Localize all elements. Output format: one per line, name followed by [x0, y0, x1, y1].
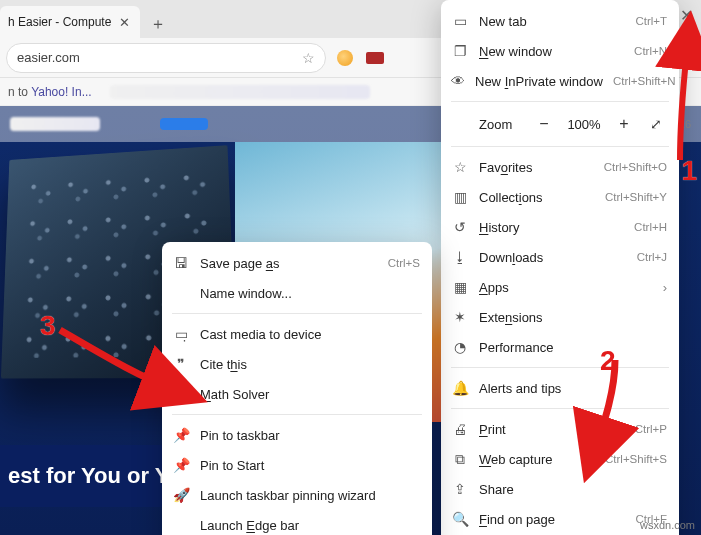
menu-label: New tab [479, 14, 625, 29]
menu-label: Collections [479, 190, 595, 205]
browser-tab[interactable]: h Easier - Computer Tu ✕ [0, 6, 140, 38]
menu-separator [172, 414, 422, 415]
new-tab-button[interactable]: ＋ [144, 10, 172, 38]
menu-separator [451, 408, 669, 409]
menu-item-share[interactable]: ⇪ Share [441, 474, 679, 504]
url-text: easier.com [17, 50, 80, 65]
apps-icon: ▦ [451, 279, 469, 295]
menu-shortcut: Ctrl+T [635, 15, 667, 27]
save-icon: 🖫 [172, 255, 190, 271]
menu-label: Print [479, 422, 625, 437]
menu-label: History [479, 220, 624, 235]
menu-label: Pin to Start [200, 458, 420, 473]
menu-label: Favorites [479, 160, 594, 175]
submenu-item-name-window[interactable]: Name window... [162, 278, 432, 308]
submenu-item-launch-edge-bar[interactable]: Launch Edge bar [162, 510, 432, 535]
menu-shortcut: Ctrl+Shift+N [613, 75, 676, 87]
annotation-number-3: 3 [40, 310, 56, 342]
cite-icon: ❞ [172, 356, 190, 372]
annotation-number-1: 1 [681, 155, 697, 187]
menu-item-web-capture[interactable]: ⧉ Web capture Ctrl+Shift+S [441, 444, 679, 474]
close-icon[interactable]: ✕ [117, 15, 132, 30]
print-icon: 🖨 [451, 421, 469, 437]
menu-label: Downloads [479, 250, 627, 265]
menu-label: Math Solver [200, 387, 420, 402]
favorite-star-icon[interactable]: ☆ [302, 50, 315, 66]
menu-separator [172, 313, 422, 314]
zoom-value: 100% [565, 117, 603, 132]
submenu-item-launch-pinning-wizard[interactable]: 🚀 Launch taskbar pinning wizard [162, 480, 432, 510]
rocket-icon: 🚀 [172, 487, 190, 503]
menu-item-favorites[interactable]: ☆ Favorites Ctrl+Shift+O [441, 152, 679, 182]
submenu-item-math-solver[interactable]: ∑ Math Solver [162, 379, 432, 409]
submenu-item-cite-this[interactable]: ❞ Cite this [162, 349, 432, 379]
submenu-item-pin-start[interactable]: 📌 Pin to Start [162, 450, 432, 480]
menu-item-history[interactable]: ↺ History Ctrl+H [441, 212, 679, 242]
extension-icon[interactable] [364, 47, 386, 69]
web-capture-icon: ⧉ [451, 451, 469, 468]
watermark: wsxdn.com [640, 519, 695, 531]
new-tab-icon: ▭ [451, 13, 469, 29]
find-icon: 🔍 [451, 511, 469, 527]
menu-label: Alerts and tips [479, 381, 667, 396]
menu-label: Pin to taskbar [200, 428, 420, 443]
window-close-button[interactable]: ✕ [680, 6, 693, 25]
menu-item-apps[interactable]: ▦ Apps › [441, 272, 679, 302]
menu-item-extensions[interactable]: ✶ Extensions [441, 302, 679, 332]
menu-shortcut: Ctrl+N [634, 45, 667, 57]
math-icon: ∑ [172, 386, 190, 402]
page-cta-button[interactable] [160, 118, 208, 130]
blurred-content [10, 117, 100, 131]
menu-shortcut: Ctrl+Shift+Y [605, 191, 667, 203]
menu-shortcut: Ctrl+J [637, 251, 667, 263]
new-window-icon: ❐ [451, 43, 469, 59]
annotation-number-2: 2 [600, 345, 616, 377]
menu-label: New window [479, 44, 624, 59]
favorites-bar-item[interactable]: n to Yahoo! In... [8, 85, 92, 99]
more-tools-submenu: 🖫 Save page as Ctrl+S Name window... ▭̣ … [162, 242, 432, 535]
menu-label: Cast media to device [200, 327, 420, 342]
menu-label: Extensions [479, 310, 667, 325]
history-icon: ↺ [451, 219, 469, 235]
inprivate-icon: 👁 [451, 73, 465, 89]
zoom-row: Zoom − 100% + ⤢ [441, 107, 679, 141]
menu-separator [451, 146, 669, 147]
menu-item-performance[interactable]: ◔ Performance [441, 332, 679, 362]
address-bar[interactable]: easier.com ☆ [6, 43, 326, 73]
menu-label: Find on page [479, 512, 625, 527]
extensions-icon: ✶ [451, 309, 469, 325]
submenu-item-save-page-as[interactable]: 🖫 Save page as Ctrl+S [162, 248, 432, 278]
menu-shortcut: Ctrl+P [635, 423, 667, 435]
tab-title: h Easier - Computer Tu [8, 15, 111, 29]
blurred-content [110, 85, 370, 99]
zoom-label: Zoom [479, 117, 512, 132]
menu-item-new-window[interactable]: ❐ New window Ctrl+N [441, 36, 679, 66]
menu-item-alerts[interactable]: 🔔 Alerts and tips [441, 373, 679, 403]
zoom-out-button[interactable]: − [533, 113, 555, 135]
menu-item-collections[interactable]: ▥ Collections Ctrl+Shift+Y [441, 182, 679, 212]
menu-label: Launch taskbar pinning wizard [200, 488, 420, 503]
menu-label: Share [479, 482, 667, 497]
main-menu: ▭ New tab Ctrl+T ❐ New window Ctrl+N 👁 N… [441, 0, 679, 535]
performance-icon: ◔ [451, 339, 469, 355]
downloads-icon: ⭳ [451, 249, 469, 265]
menu-item-print[interactable]: 🖨 Print Ctrl+P [441, 414, 679, 444]
profile-icon[interactable] [334, 47, 356, 69]
menu-shortcut: Ctrl+Shift+O [604, 161, 667, 173]
menu-label: New InPrivate window [475, 74, 603, 89]
share-icon: ⇪ [451, 481, 469, 497]
pin-icon: 📌 [172, 457, 190, 473]
menu-item-inprivate[interactable]: 👁 New InPrivate window Ctrl+Shift+N [441, 66, 679, 96]
fullscreen-button[interactable]: ⤢ [645, 113, 667, 135]
chevron-right-icon: › [663, 280, 667, 295]
menu-label: Performance [479, 340, 667, 355]
menu-separator [451, 367, 669, 368]
submenu-item-cast[interactable]: ▭̣ Cast media to device [162, 319, 432, 349]
menu-label: Name window... [200, 286, 420, 301]
menu-label: Launch Edge bar [200, 518, 420, 533]
menu-label: Cite this [200, 357, 420, 372]
menu-item-downloads[interactable]: ⭳ Downloads Ctrl+J [441, 242, 679, 272]
submenu-item-pin-taskbar[interactable]: 📌 Pin to taskbar [162, 420, 432, 450]
menu-item-new-tab[interactable]: ▭ New tab Ctrl+T [441, 6, 679, 36]
zoom-in-button[interactable]: + [613, 113, 635, 135]
